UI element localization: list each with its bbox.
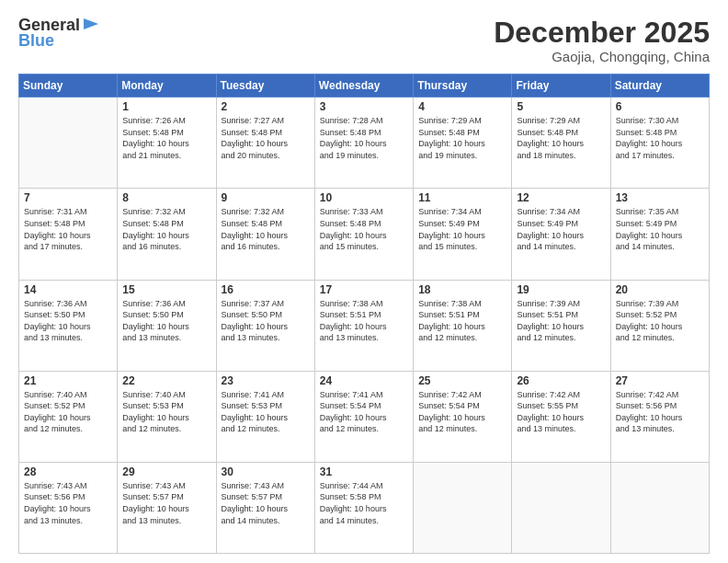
day-number: 9 (222, 191, 310, 204)
day-number: 1 (122, 100, 210, 113)
day-cell (414, 462, 512, 553)
day-cell: 17Sunrise: 7:38 AM Sunset: 5:51 PM Dayli… (314, 280, 413, 371)
week-row-2: 14Sunrise: 7:36 AM Sunset: 5:50 PM Dayli… (19, 280, 710, 371)
day-number: 13 (616, 191, 704, 204)
day-number: 31 (320, 465, 408, 478)
day-number: 6 (616, 100, 704, 113)
day-cell (610, 462, 709, 553)
col-tuesday: Tuesday (216, 75, 314, 98)
day-info: Sunrise: 7:32 AM Sunset: 5:48 PM Dayligh… (222, 207, 289, 251)
header: General Blue December 2025 Gaojia, Chong… (18, 17, 710, 64)
col-thursday: Thursday (414, 75, 512, 98)
day-cell (512, 462, 610, 553)
day-cell: 12Sunrise: 7:34 AM Sunset: 5:49 PM Dayli… (512, 189, 610, 280)
header-row: Sunday Monday Tuesday Wednesday Thursday… (19, 75, 710, 98)
day-number: 10 (320, 191, 408, 204)
week-row-4: 28Sunrise: 7:43 AM Sunset: 5:56 PM Dayli… (19, 462, 710, 553)
day-cell: 23Sunrise: 7:41 AM Sunset: 5:53 PM Dayli… (216, 371, 314, 462)
col-saturday: Saturday (610, 75, 709, 98)
col-friday: Friday (512, 75, 610, 98)
day-info: Sunrise: 7:39 AM Sunset: 5:52 PM Dayligh… (616, 299, 683, 343)
day-cell: 22Sunrise: 7:40 AM Sunset: 5:53 PM Dayli… (118, 371, 216, 462)
day-number: 20 (616, 283, 704, 296)
day-info: Sunrise: 7:29 AM Sunset: 5:48 PM Dayligh… (517, 116, 584, 160)
calendar-title: December 2025 (494, 17, 710, 49)
day-cell: 4Sunrise: 7:29 AM Sunset: 5:48 PM Daylig… (414, 98, 512, 189)
day-info: Sunrise: 7:36 AM Sunset: 5:50 PM Dayligh… (24, 299, 91, 343)
day-info: Sunrise: 7:39 AM Sunset: 5:51 PM Dayligh… (517, 299, 584, 343)
day-cell: 15Sunrise: 7:36 AM Sunset: 5:50 PM Dayli… (118, 280, 216, 371)
day-info: Sunrise: 7:34 AM Sunset: 5:49 PM Dayligh… (517, 207, 584, 251)
day-number: 28 (24, 465, 112, 478)
day-info: Sunrise: 7:43 AM Sunset: 5:57 PM Dayligh… (222, 481, 289, 525)
day-info: Sunrise: 7:28 AM Sunset: 5:48 PM Dayligh… (320, 116, 387, 160)
day-info: Sunrise: 7:31 AM Sunset: 5:48 PM Dayligh… (24, 207, 91, 251)
day-number: 29 (122, 465, 210, 478)
day-number: 17 (320, 283, 408, 296)
day-cell: 11Sunrise: 7:34 AM Sunset: 5:49 PM Dayli… (414, 189, 512, 280)
day-info: Sunrise: 7:35 AM Sunset: 5:49 PM Dayligh… (616, 207, 683, 251)
day-cell: 1Sunrise: 7:26 AM Sunset: 5:48 PM Daylig… (118, 98, 216, 189)
day-number: 30 (222, 465, 310, 478)
day-info: Sunrise: 7:43 AM Sunset: 5:56 PM Dayligh… (24, 481, 91, 525)
day-cell: 19Sunrise: 7:39 AM Sunset: 5:51 PM Dayli… (512, 280, 610, 371)
day-info: Sunrise: 7:41 AM Sunset: 5:53 PM Dayligh… (222, 390, 289, 434)
day-info: Sunrise: 7:34 AM Sunset: 5:49 PM Dayligh… (418, 207, 485, 251)
calendar-header: Sunday Monday Tuesday Wednesday Thursday… (19, 75, 710, 98)
day-number: 16 (222, 283, 310, 296)
day-cell: 18Sunrise: 7:38 AM Sunset: 5:51 PM Dayli… (414, 280, 512, 371)
day-number: 4 (418, 100, 506, 113)
day-cell: 7Sunrise: 7:31 AM Sunset: 5:48 PM Daylig… (19, 189, 118, 280)
day-info: Sunrise: 7:42 AM Sunset: 5:54 PM Dayligh… (418, 390, 485, 434)
day-info: Sunrise: 7:38 AM Sunset: 5:51 PM Dayligh… (320, 299, 387, 343)
week-row-0: 1Sunrise: 7:26 AM Sunset: 5:48 PM Daylig… (19, 98, 710, 189)
day-number: 21 (24, 374, 112, 387)
day-cell: 28Sunrise: 7:43 AM Sunset: 5:56 PM Dayli… (19, 462, 118, 553)
day-number: 23 (222, 374, 310, 387)
week-row-1: 7Sunrise: 7:31 AM Sunset: 5:48 PM Daylig… (19, 189, 710, 280)
day-number: 18 (418, 283, 506, 296)
logo-blue-text: Blue (18, 32, 100, 51)
day-cell: 9Sunrise: 7:32 AM Sunset: 5:48 PM Daylig… (216, 189, 314, 280)
day-info: Sunrise: 7:30 AM Sunset: 5:48 PM Dayligh… (616, 116, 683, 160)
day-info: Sunrise: 7:32 AM Sunset: 5:48 PM Dayligh… (122, 207, 189, 251)
day-info: Sunrise: 7:43 AM Sunset: 5:57 PM Dayligh… (122, 481, 189, 525)
day-cell: 21Sunrise: 7:40 AM Sunset: 5:52 PM Dayli… (19, 371, 118, 462)
day-number: 24 (320, 374, 408, 387)
day-cell: 14Sunrise: 7:36 AM Sunset: 5:50 PM Dayli… (19, 280, 118, 371)
day-number: 25 (418, 374, 506, 387)
day-cell: 3Sunrise: 7:28 AM Sunset: 5:48 PM Daylig… (314, 98, 413, 189)
day-number: 19 (517, 283, 605, 296)
day-info: Sunrise: 7:40 AM Sunset: 5:52 PM Dayligh… (24, 390, 91, 434)
day-cell: 27Sunrise: 7:42 AM Sunset: 5:56 PM Dayli… (610, 371, 709, 462)
day-info: Sunrise: 7:42 AM Sunset: 5:56 PM Dayligh… (616, 390, 683, 434)
day-info: Sunrise: 7:29 AM Sunset: 5:48 PM Dayligh… (418, 116, 485, 160)
day-cell (19, 98, 118, 189)
day-number: 11 (418, 191, 506, 204)
day-info: Sunrise: 7:36 AM Sunset: 5:50 PM Dayligh… (122, 299, 189, 343)
calendar-body: 1Sunrise: 7:26 AM Sunset: 5:48 PM Daylig… (19, 98, 710, 554)
week-row-3: 21Sunrise: 7:40 AM Sunset: 5:52 PM Dayli… (19, 371, 710, 462)
day-cell: 16Sunrise: 7:37 AM Sunset: 5:50 PM Dayli… (216, 280, 314, 371)
day-number: 12 (517, 191, 605, 204)
svg-marker-0 (84, 18, 98, 29)
day-cell: 6Sunrise: 7:30 AM Sunset: 5:48 PM Daylig… (610, 98, 709, 189)
day-cell: 5Sunrise: 7:29 AM Sunset: 5:48 PM Daylig… (512, 98, 610, 189)
title-block: December 2025 Gaojia, Chongqing, China (494, 17, 710, 64)
day-number: 27 (616, 374, 704, 387)
page: General Blue December 2025 Gaojia, Chong… (0, 0, 728, 563)
calendar-subtitle: Gaojia, Chongqing, China (494, 49, 710, 64)
day-number: 26 (517, 374, 605, 387)
logo: General Blue (18, 17, 100, 51)
calendar-table: Sunday Monday Tuesday Wednesday Thursday… (18, 74, 710, 554)
day-number: 8 (122, 191, 210, 204)
day-info: Sunrise: 7:38 AM Sunset: 5:51 PM Dayligh… (418, 299, 485, 343)
day-cell: 31Sunrise: 7:44 AM Sunset: 5:58 PM Dayli… (314, 462, 413, 553)
day-info: Sunrise: 7:33 AM Sunset: 5:48 PM Dayligh… (320, 207, 387, 251)
day-cell: 24Sunrise: 7:41 AM Sunset: 5:54 PM Dayli… (314, 371, 413, 462)
day-cell: 20Sunrise: 7:39 AM Sunset: 5:52 PM Dayli… (610, 280, 709, 371)
day-cell: 8Sunrise: 7:32 AM Sunset: 5:48 PM Daylig… (118, 189, 216, 280)
col-wednesday: Wednesday (314, 75, 413, 98)
day-cell: 25Sunrise: 7:42 AM Sunset: 5:54 PM Dayli… (414, 371, 512, 462)
day-cell: 13Sunrise: 7:35 AM Sunset: 5:49 PM Dayli… (610, 189, 709, 280)
